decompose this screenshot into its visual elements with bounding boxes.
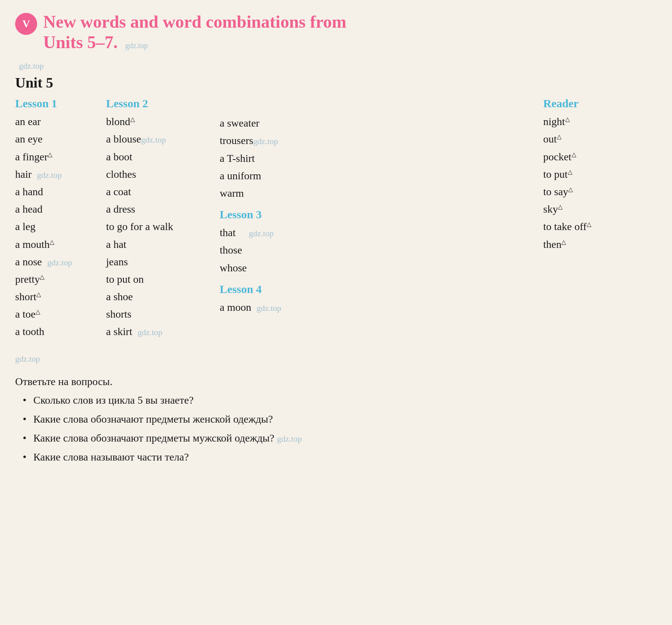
list-item: a skirt gdz.top bbox=[106, 323, 212, 340]
list-item: an ear bbox=[15, 113, 98, 130]
list-item: to put on bbox=[106, 271, 212, 288]
lesson2-words: blond△ a blousegdz.top a boot clothes a … bbox=[106, 113, 212, 340]
list-item: a hat bbox=[106, 236, 212, 253]
list-item: out△ bbox=[543, 130, 657, 148]
lesson2-column: Lesson 2 blond△ a blousegdz.top a boot c… bbox=[106, 97, 212, 340]
watermark-2: gdz.top bbox=[19, 61, 44, 70]
list-item: Какие слова называют части тела? bbox=[23, 449, 657, 465]
triangle-icon: △ bbox=[568, 186, 573, 193]
list-item: to take off△ bbox=[543, 218, 657, 235]
list-item: a sweater bbox=[220, 114, 536, 132]
list-item: a finger△ bbox=[15, 148, 98, 166]
list-item: a moon gdz.top bbox=[220, 299, 536, 316]
triangle-icon: △ bbox=[36, 309, 40, 315]
list-item: pocket△ bbox=[543, 148, 657, 166]
list-item: blond△ bbox=[106, 113, 212, 130]
lesson1-column: Lesson 1 an ear an eye a finger△ hair gd… bbox=[15, 97, 98, 340]
questions-list: Сколько слов из цикла 5 вы знаете? Какие… bbox=[15, 392, 657, 465]
title-line2: Units 5–7. bbox=[43, 32, 118, 52]
watermark-inline: gdz.top bbox=[256, 303, 281, 313]
triangle-icon: △ bbox=[561, 238, 566, 245]
triangle-icon: △ bbox=[48, 151, 52, 157]
watermark-inline: gdz.top bbox=[37, 170, 62, 180]
watermark-inline: gdz.top bbox=[277, 434, 302, 443]
list-item: to say△ bbox=[543, 183, 657, 201]
list-item: pretty△ bbox=[15, 271, 98, 288]
triangle-icon: △ bbox=[565, 116, 570, 122]
list-item: a T-shirt bbox=[220, 150, 536, 167]
lesson1-header: Lesson 1 bbox=[15, 97, 98, 110]
list-item: an eye bbox=[15, 130, 98, 148]
lesson4-header: Lesson 4 bbox=[220, 283, 536, 296]
list-item: a toe△ bbox=[15, 305, 98, 323]
reader-column: Reader night△ out△ pocket△ to put△ to sa… bbox=[543, 97, 657, 340]
watermark-header: gdz.top bbox=[125, 41, 148, 50]
watermark-inline: gdz.top bbox=[253, 136, 278, 146]
header-titles: New words and word combinations from Uni… bbox=[43, 11, 346, 52]
list-item: Какие слова обозначают предметы женской … bbox=[23, 411, 657, 427]
list-item: a shoe bbox=[106, 288, 212, 305]
title-line1: New words and word combinations from bbox=[43, 11, 346, 32]
lesson1-words: an ear an eye a finger△ hair gdz.top a h… bbox=[15, 113, 98, 340]
list-item: those bbox=[220, 241, 536, 259]
list-item: hair gdz.top bbox=[15, 166, 98, 183]
list-item: a tooth bbox=[15, 323, 98, 340]
triangle-icon: △ bbox=[568, 168, 572, 175]
list-item: to put△ bbox=[543, 166, 657, 183]
questions-section: Ответьте на вопросы. Сколько слов из цик… bbox=[15, 376, 657, 465]
watermark-bottom: gdz.top bbox=[15, 354, 40, 363]
list-item: then△ bbox=[543, 236, 657, 253]
col3-container: a sweater trousersgdz.top a T-shirt a un… bbox=[220, 97, 536, 340]
list-item: that gdz.top bbox=[220, 224, 536, 241]
list-item: Какие слова обозначают предметы мужской … bbox=[23, 430, 657, 446]
list-item: a coat bbox=[106, 183, 212, 201]
list-item: a dress bbox=[106, 201, 212, 218]
list-item: a blousegdz.top bbox=[106, 130, 212, 148]
list-item: shorts bbox=[106, 305, 212, 323]
section-number: V bbox=[15, 13, 37, 35]
watermark-inline: gdz.top bbox=[249, 229, 273, 238]
reader-words: night△ out△ pocket△ to put△ to say△ sky△… bbox=[543, 113, 657, 253]
lesson2-cont-words: a sweater trousersgdz.top a T-shirt a un… bbox=[220, 114, 536, 202]
triangle-icon: △ bbox=[557, 133, 561, 140]
watermark-inline: gdz.top bbox=[47, 258, 72, 267]
list-item: short△ bbox=[15, 288, 98, 305]
triangle-icon: △ bbox=[558, 204, 563, 210]
lesson4-section: Lesson 4 a moon gdz.top bbox=[220, 283, 536, 316]
triangle-icon: △ bbox=[40, 274, 44, 280]
header-section: V New words and word combinations from U… bbox=[15, 11, 657, 52]
watermark-inline: gdz.top bbox=[141, 135, 166, 144]
list-item: night△ bbox=[543, 113, 657, 130]
list-item: clothes bbox=[106, 166, 212, 183]
triangle-icon: △ bbox=[572, 151, 576, 157]
list-item: to go for a walk bbox=[106, 218, 212, 235]
list-item: a boot bbox=[106, 148, 212, 166]
triangle-icon: △ bbox=[587, 221, 591, 227]
list-item: sky△ bbox=[543, 201, 657, 218]
lessons-grid: Lesson 1 an ear an eye a finger△ hair gd… bbox=[15, 97, 657, 340]
questions-intro: Ответьте на вопросы. bbox=[15, 376, 657, 388]
reader-header: Reader bbox=[543, 97, 657, 110]
list-item: a nose gdz.top bbox=[15, 253, 98, 271]
lesson3-header: Lesson 3 bbox=[220, 208, 536, 221]
triangle-icon: △ bbox=[50, 238, 54, 245]
triangle-icon: △ bbox=[130, 116, 135, 122]
list-item: a head bbox=[15, 201, 98, 218]
list-item: a mouth△ bbox=[15, 236, 98, 253]
watermark-inline: gdz.top bbox=[138, 327, 162, 337]
lesson3-section: Lesson 3 that gdz.top those whose bbox=[220, 208, 536, 277]
list-item: trousersgdz.top bbox=[220, 132, 536, 149]
list-item: a uniform bbox=[220, 167, 536, 185]
list-item: a hand bbox=[15, 183, 98, 201]
list-item: warm bbox=[220, 185, 536, 202]
list-item: a leg bbox=[15, 218, 98, 235]
list-item: Сколько слов из цикла 5 вы знаете? bbox=[23, 392, 657, 408]
lesson2-header: Lesson 2 bbox=[106, 97, 212, 110]
triangle-icon: △ bbox=[36, 291, 41, 298]
unit-title: Unit 5 bbox=[15, 74, 657, 91]
list-item: jeans bbox=[106, 253, 212, 271]
list-item: whose bbox=[220, 259, 536, 277]
